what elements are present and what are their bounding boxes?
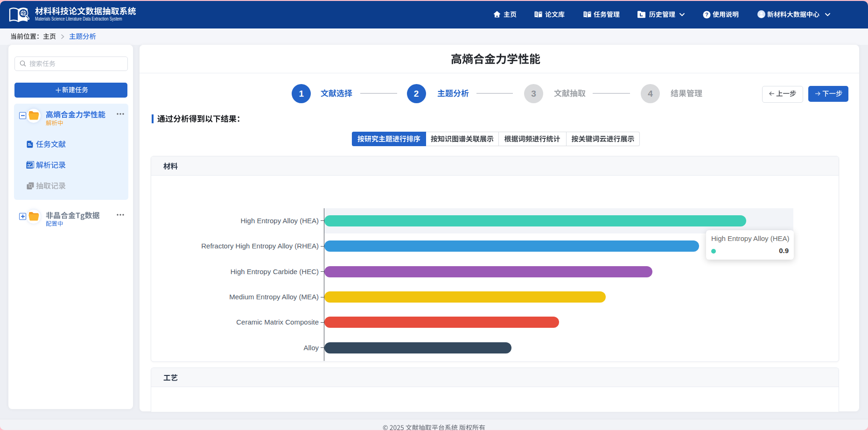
svg-text:?: ? — [705, 12, 708, 17]
